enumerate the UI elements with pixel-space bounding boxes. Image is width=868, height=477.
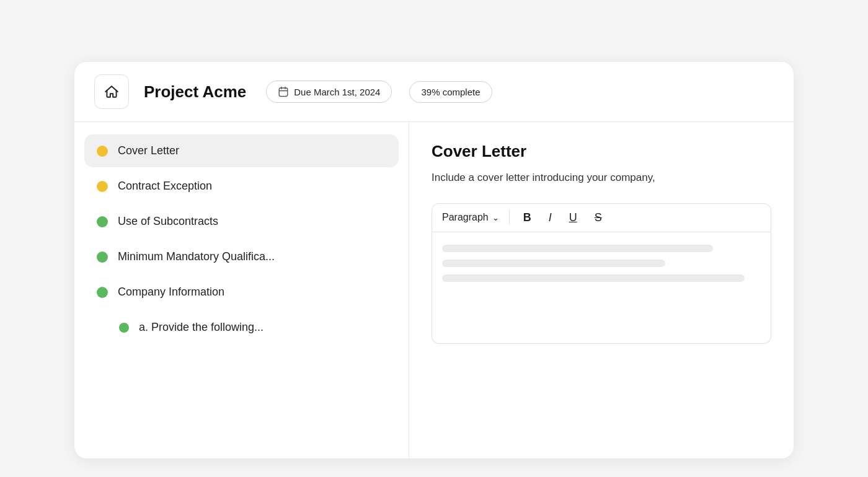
status-dot-yellow: [97, 181, 108, 192]
sidebar: Cover Letter Contract Exception Use of S…: [74, 122, 409, 458]
status-dot-green: [97, 252, 108, 263]
toolbar-divider: [509, 210, 510, 225]
complete-badge: 39% complete: [409, 81, 492, 103]
svg-rect-0: [279, 88, 288, 97]
sidebar-item-provide-following[interactable]: a. Provide the following...: [84, 311, 399, 344]
sidebar-item-label: Cover Letter: [118, 144, 179, 157]
sidebar-item-label: a. Provide the following...: [139, 321, 264, 334]
due-date-badge: Due March 1st, 2024: [266, 81, 392, 103]
sidebar-item-cover-letter[interactable]: Cover Letter: [84, 134, 399, 167]
paragraph-dropdown[interactable]: Paragraph ⌄: [442, 212, 499, 223]
sidebar-item-use-of-subcontracts[interactable]: Use of Subcontracts: [84, 205, 399, 238]
sidebar-item-company-information[interactable]: Company Information: [84, 276, 399, 309]
paragraph-label: Paragraph: [442, 212, 489, 223]
placeholder-line: [442, 260, 665, 267]
placeholder-line: [442, 274, 745, 282]
editor-content[interactable]: [432, 232, 771, 344]
home-icon: [104, 84, 120, 100]
status-dot-green-small: [119, 323, 129, 333]
sidebar-item-label: Use of Subcontracts: [118, 215, 218, 228]
panel-title: Cover Letter: [432, 142, 771, 161]
project-title: Project Acme: [144, 82, 246, 102]
sidebar-item-label: Contract Exception: [118, 180, 212, 193]
content-area: Cover Letter Contract Exception Use of S…: [74, 122, 794, 458]
app-container: Project Acme Due March 1st, 2024 39% com…: [0, 0, 868, 477]
sidebar-item-label: Company Information: [118, 286, 224, 299]
panel-description: Include a cover letter introducing your …: [432, 170, 771, 186]
chevron-down-icon: ⌄: [492, 213, 499, 222]
placeholder-line: [442, 245, 713, 252]
complete-label: 39% complete: [421, 87, 480, 97]
sidebar-item-minimum-mandatory[interactable]: Minimum Mandatory Qualifica...: [84, 240, 399, 273]
status-dot-green: [97, 287, 108, 298]
main-card: Project Acme Due March 1st, 2024 39% com…: [74, 62, 794, 458]
editor-toolbar: Paragraph ⌄ B I U S: [432, 203, 771, 232]
calendar-icon: [278, 86, 289, 97]
due-date-label: Due March 1st, 2024: [294, 87, 380, 97]
header: Project Acme Due March 1st, 2024 39% com…: [74, 62, 794, 122]
main-panel: Cover Letter Include a cover letter intr…: [409, 122, 794, 458]
underline-button[interactable]: U: [565, 210, 581, 225]
italic-button[interactable]: I: [545, 210, 556, 225]
status-dot-green: [97, 216, 108, 227]
strikethrough-button[interactable]: S: [591, 210, 606, 225]
bold-button[interactable]: B: [520, 210, 535, 225]
status-dot-yellow: [97, 146, 108, 157]
sidebar-item-contract-exception[interactable]: Contract Exception: [84, 170, 399, 203]
home-button[interactable]: [94, 74, 129, 109]
sidebar-item-label: Minimum Mandatory Qualifica...: [118, 250, 275, 263]
